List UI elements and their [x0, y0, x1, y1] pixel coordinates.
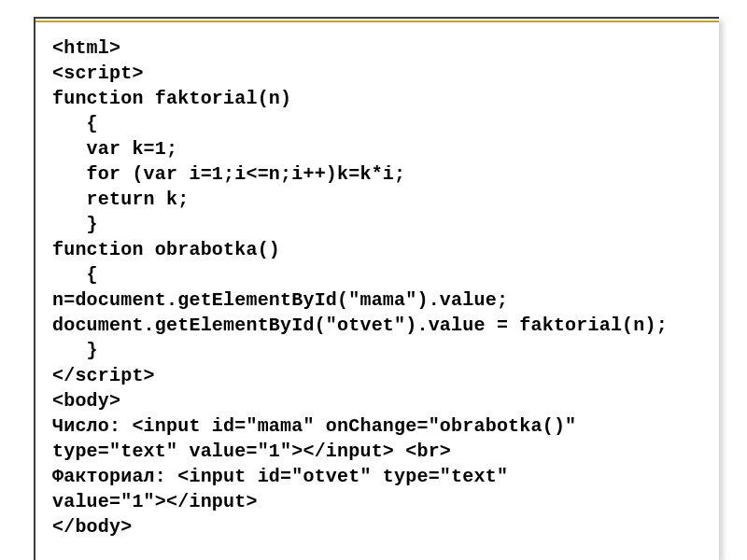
- code-snippet-container: <html> <script> function faktorial(n) { …: [34, 17, 719, 560]
- left-border: [34, 17, 35, 560]
- code-block: <html> <script> function faktorial(n) { …: [52, 35, 700, 539]
- top-border-dark: [34, 17, 719, 19]
- top-border-gold: [34, 21, 719, 22]
